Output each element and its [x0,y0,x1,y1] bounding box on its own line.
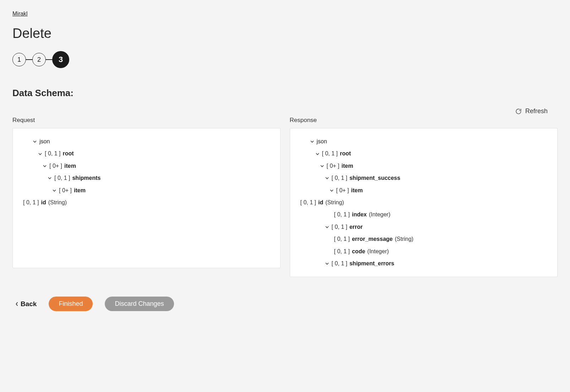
chevron-down-icon[interactable] [47,176,52,180]
node-name: error [349,223,363,231]
node-name: item [64,162,76,170]
response-column: Response json [ 0, 1 ] root [ 0+ ] item … [290,117,558,277]
node-cardinality: [ 0, 1 ] [334,211,350,219]
breadcrumb-link[interactable]: Mirakl [12,11,28,17]
tree-node-shipment-errors[interactable]: [ 0, 1 ] shipment_errors [295,258,552,270]
node-name: id [41,199,46,206]
tree-node-item[interactable]: [ 0+ ] item [295,184,552,197]
node-name: root [63,150,74,158]
node-cardinality: [ 0+ ] [49,162,62,170]
tree-node-error[interactable]: [ 0, 1 ] error [295,221,552,233]
step-3[interactable]: 3 [52,51,69,68]
node-cardinality: [ 0, 1 ] [332,174,347,182]
node-name: item [342,162,353,170]
node-name: index [352,211,367,219]
tree-node-json[interactable]: json [18,136,275,148]
node-type: (String) [325,199,344,206]
node-type: (String) [48,199,67,206]
response-panel: json [ 0, 1 ] root [ 0+ ] item [ 0, 1 ] … [290,128,558,277]
tree-node-code[interactable]: [ 0, 1 ] code (Integer) [295,245,552,258]
back-label: Back [21,300,37,308]
chevron-down-icon[interactable] [320,164,325,168]
node-type: (Integer) [367,248,389,255]
step-connector [26,59,32,60]
section-title: Data Schema: [12,88,558,99]
node-cardinality: [ 0, 1 ] [23,199,39,206]
tree-node-root[interactable]: [ 0, 1 ] root [18,148,275,160]
tree-node-item[interactable]: [ 0+ ] item [295,160,552,172]
node-type: (String) [395,235,413,243]
node-name: shipment_success [349,174,400,182]
step-2[interactable]: 2 [32,53,46,66]
chevron-down-icon[interactable] [38,152,43,156]
node-cardinality: [ 0, 1 ] [332,223,347,231]
chevron-left-icon [15,302,18,307]
page-title: Delete [12,26,558,41]
node-cardinality: [ 0, 1 ] [54,174,70,182]
node-cardinality: [ 0, 1 ] [334,248,350,255]
tree-node-item[interactable]: [ 0+ ] item [18,160,275,172]
request-panel: json [ 0, 1 ] root [ 0+ ] item [ 0, 1 ] … [12,128,281,268]
discard-button[interactable]: Discard Changes [105,297,174,311]
refresh-button[interactable]: Refresh [525,107,548,115]
node-label: json [317,138,327,145]
node-cardinality: [ 0, 1 ] [322,150,338,158]
chevron-down-icon[interactable] [325,225,330,229]
response-header: Response [290,117,558,124]
step-connector [46,59,52,60]
node-name: id [318,199,323,206]
tree-node-item[interactable]: [ 0+ ] item [18,184,275,197]
node-cardinality: [ 0+ ] [59,187,72,194]
refresh-icon[interactable] [515,108,522,115]
stepper: 1 2 3 [12,51,558,68]
node-cardinality: [ 0, 1 ] [332,260,347,267]
tree-node-error-message[interactable]: [ 0, 1 ] error_message (String) [295,233,552,245]
node-label: json [39,138,50,145]
chevron-down-icon[interactable] [42,164,47,168]
chevron-down-icon[interactable] [52,188,57,193]
node-type: (Integer) [369,211,390,219]
node-cardinality: [ 0, 1 ] [300,199,316,206]
back-button[interactable]: Back [15,300,37,308]
request-header: Request [12,117,281,124]
node-name: item [74,187,86,194]
tree-node-id[interactable]: [ 0, 1 ] id (String) [295,197,552,209]
tree-node-index[interactable]: [ 0, 1 ] index (Integer) [295,209,552,221]
node-name: code [352,248,365,255]
node-name: shipments [72,174,101,182]
request-column: Request json [ 0, 1 ] root [ 0+ ] item [… [12,117,281,277]
chevron-down-icon[interactable] [310,139,315,144]
chevron-down-icon[interactable] [325,176,330,180]
tree-node-json[interactable]: json [295,136,552,148]
step-1[interactable]: 1 [12,53,26,66]
chevron-down-icon[interactable] [325,261,330,266]
tree-node-id[interactable]: [ 0, 1 ] id (String) [18,197,275,209]
chevron-down-icon[interactable] [315,152,320,156]
tree-node-shipment-success[interactable]: [ 0, 1 ] shipment_success [295,172,552,184]
tree-node-root[interactable]: [ 0, 1 ] root [295,148,552,160]
node-cardinality: [ 0+ ] [336,187,349,194]
node-name: shipment_errors [349,260,394,267]
node-name: error_message [352,235,393,243]
node-name: item [351,187,363,194]
node-cardinality: [ 0+ ] [327,162,340,170]
node-cardinality: [ 0, 1 ] [334,235,350,243]
node-name: root [340,150,351,158]
node-cardinality: [ 0, 1 ] [45,150,60,158]
tree-node-shipments[interactable]: [ 0, 1 ] shipments [18,172,275,184]
chevron-down-icon[interactable] [32,139,37,144]
finished-button[interactable]: Finished [49,297,93,311]
chevron-down-icon[interactable] [329,188,334,193]
